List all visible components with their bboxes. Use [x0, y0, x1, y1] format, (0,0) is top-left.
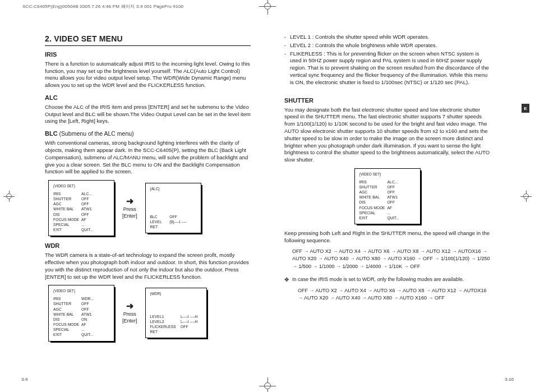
heading-iris: IRIS [45, 50, 251, 59]
note-row: ✥ In case the IRIS mode is set to WDR, o… [284, 276, 490, 284]
osd-title: (WDR) [150, 292, 202, 297]
note-text: In case the IRIS mode is set to WDR, onl… [292, 276, 464, 284]
osd-table: IRISWDR... SHUTTEROFF AGCOFF WHITE BALAT… [53, 296, 96, 337]
keep-pressing-text: Keep pressing both Left and Right in the… [284, 230, 490, 245]
right-column: LEVEL 1 : Controls the shutter speed whi… [284, 34, 490, 370]
body-wdr: The WDR camera is a state-of-art technol… [45, 252, 251, 280]
body-shutter: You may designate both the fast electron… [284, 107, 490, 164]
press-enter-group: ➜ Press [Enter] [122, 197, 137, 219]
body-iris: There is a function to automatically adj… [45, 61, 251, 89]
left-column: 2. VIDEO SET MENU IRIS There is a functi… [45, 34, 251, 370]
osd-title: (VIDEO SET) [53, 184, 109, 189]
page-number-right: 3-10 [505, 377, 514, 382]
press-enter-group: ➜ Press [Enter] [122, 302, 137, 324]
body-alc: Choose the ALC of the IRIS item and pres… [45, 104, 251, 125]
osd-row-wdr: (VIDEO SET) IRISWDR... SHUTTEROFF AGCOFF… [48, 285, 251, 341]
osd-table: IRISALC... SHUTTEROFF AGCOFF WHITE BALAT… [53, 191, 95, 232]
press-enter-label: Press [Enter] [122, 311, 137, 324]
crop-mark-left [3, 191, 15, 202]
list-item: LEVEL 2 : Controls the whole brightness … [284, 42, 490, 49]
crop-mark-bottom [259, 377, 276, 392]
heading-blc-paren: (Submenu of the ALC menu) [58, 130, 134, 137]
arrow-right-icon: ➜ [122, 302, 137, 311]
osd-table: BLCOFF LEVEL(0)----I ---- RET [150, 214, 196, 230]
osd-row-blc: (VIDEO SET) IRISALC... SHUTTEROFF AGCOFF… [48, 180, 251, 236]
shutter-sequence-full: OFF → AUTO X2 → AUTO X4 → AUTO X6 → AUTO… [292, 248, 490, 271]
osd-title: (ALC) [150, 187, 196, 192]
press-enter-label: Press [Enter] [122, 206, 137, 219]
osd-row-shutter: (VIDEO SET) IRISALC... SHUTTEROFF AGCOFF… [284, 168, 490, 224]
print-header: SCC-C6405P(Eng)00504B 2005.7.26 4:46 PM … [22, 3, 183, 10]
osd-videoset-shutter: (VIDEO SET) IRISALC... SHUTTEROFF AGCOFF… [354, 168, 421, 224]
osd-table: LEVEL1L----I ----H LEVEL2L----I ----H FL… [150, 314, 202, 335]
wdr-level-list: LEVEL 1 : Controls the shutter speed whi… [284, 34, 490, 86]
osd-videoset-wdr: (VIDEO SET) IRISWDR... SHUTTEROFF AGCOFF… [48, 285, 114, 341]
crop-mark-right [520, 191, 532, 202]
body-blc: With conventional cameras, strong backgr… [45, 140, 251, 176]
osd-title: (VIDEO SET) [359, 172, 416, 177]
osd-alc: (ALC) BLCOFF LEVEL(0)----I ---- RET [145, 183, 201, 233]
note-mark-icon: ✥ [284, 276, 289, 284]
heading-blc-text: BLC [45, 130, 58, 137]
list-item: FLIKERLESS : This is for preventing flic… [284, 50, 490, 86]
osd-wdr: (WDR) LEVEL1L----I ----H LEVEL2L----I --… [145, 288, 207, 338]
heading-blc: BLC (Submenu of the ALC menu) [45, 130, 251, 138]
osd-videoset-alc: (VIDEO SET) IRISALC... SHUTTEROFF AGCOFF… [48, 180, 114, 236]
page-number-left: 3-9 [21, 377, 28, 382]
osd-title: (VIDEO SET) [53, 289, 109, 294]
shutter-sequence-wdr: OFF → AUTO X2 → AUTO X4 → AUTO X6 → AUTO… [298, 287, 490, 302]
osd-table: IRISALC... SHUTTEROFF AGCOFF WHITE BALAT… [359, 179, 402, 220]
heading-alc: ALC [45, 94, 251, 102]
section-title: 2. VIDEO SET MENU [45, 34, 251, 46]
heading-shutter: SHUTTER [284, 96, 490, 105]
side-tab: E [522, 104, 529, 113]
arrow-right-icon: ➜ [122, 197, 137, 206]
list-item: LEVEL 1 : Controls the shutter speed whi… [284, 34, 490, 41]
heading-wdr: WDR [45, 242, 251, 250]
crop-mark-top [259, 0, 276, 15]
